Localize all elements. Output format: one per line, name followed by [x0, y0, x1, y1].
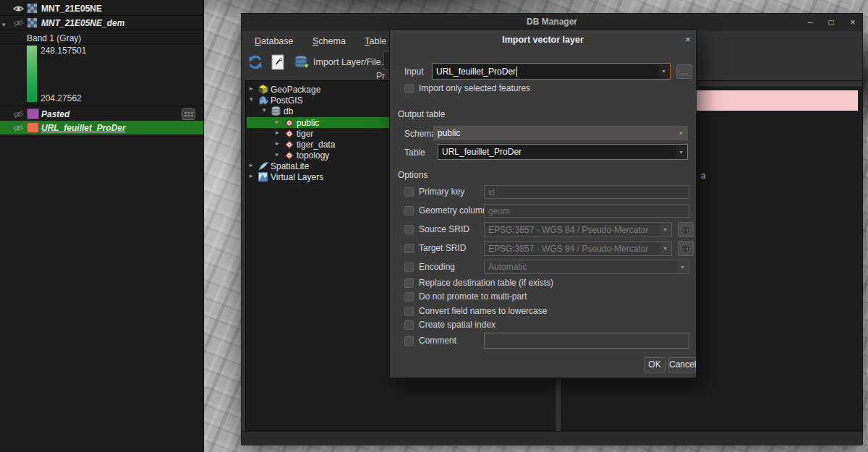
target-srid-combobox[interactable]: EPSG:3857 - WGS 84 / Pseudo-Mercator ▾ [484, 241, 672, 256]
tree-label[interactable]: tiger_data [297, 140, 335, 150]
tree-label[interactable]: Virtual Layers [271, 172, 323, 182]
expand-arrow-icon[interactable]: ▾ [250, 95, 253, 103]
comment-label[interactable]: Comment [419, 336, 456, 346]
encoding-checkbox[interactable] [404, 263, 414, 272]
tree-label[interactable]: tiger [297, 129, 313, 139]
input-combobox[interactable]: URL_feuillet_ProDer ▾ [432, 63, 671, 80]
encoding-label[interactable]: Encoding [419, 262, 455, 272]
input-label: Input [404, 67, 424, 77]
layer-label[interactable]: URL_feuillet_ProDer [41, 121, 126, 135]
menu-database[interactable]: Database [252, 35, 297, 48]
sql-window-button[interactable] [271, 53, 285, 72]
close-button[interactable]: × [846, 16, 859, 29]
minimize-button[interactable]: – [804, 16, 817, 29]
maximize-button[interactable]: □ [825, 16, 838, 29]
database-icon [271, 106, 281, 118]
layer-label[interactable]: Pasted [41, 107, 69, 121]
refresh-button[interactable] [247, 53, 263, 72]
dialog-close-button[interactable]: × [682, 34, 694, 46]
lowercase-names-label[interactable]: Convert field names to lowercase [419, 306, 547, 316]
tree-label[interactable]: db [284, 106, 293, 116]
encoding-combobox[interactable]: Automatic ▾ [484, 260, 689, 274]
primary-key-field[interactable]: id [484, 185, 689, 199]
spatial-index-checkbox[interactable] [404, 320, 414, 330]
cancel-button[interactable]: Cancel [668, 357, 696, 372]
chevron-down-icon[interactable]: ▾ [676, 145, 686, 158]
dialog-title: Import vector layer [390, 35, 696, 45]
replace-table-label[interactable]: Replace destination table (if exists) [419, 278, 553, 288]
chevron-down-icon[interactable]: ▾ [676, 127, 686, 139]
source-srid-picker-button[interactable] [678, 222, 694, 237]
partial-info-text: a [701, 171, 706, 181]
import-selected-label[interactable]: Import only selected features [419, 83, 530, 93]
sql-window-icon [271, 54, 285, 70]
target-srid-label[interactable]: Target SRID [419, 243, 466, 253]
visibility-eye-off-icon[interactable] [13, 121, 24, 135]
chevron-down-icon[interactable]: ▾ [677, 261, 688, 273]
primary-key-checkbox[interactable] [404, 187, 414, 197]
menu-table[interactable]: Table [362, 35, 389, 48]
tree-label[interactable]: topology [297, 150, 329, 161]
expand-arrow-icon[interactable]: ▸ [276, 129, 279, 136]
menu-schema[interactable]: Schema [310, 35, 349, 48]
expand-arrow-icon[interactable]: ▸ [250, 161, 253, 169]
band-max-value: 248.157501 [41, 46, 86, 56]
source-srid-label[interactable]: Source SRID [419, 224, 469, 234]
source-srid-checkbox[interactable] [404, 225, 414, 234]
map-tip-grid-icon[interactable] [182, 107, 195, 121]
tree-label[interactable]: GeoPackage [271, 85, 320, 95]
import-layer-label: Import Layer/File… [313, 57, 390, 67]
layer-row-selected[interactable]: URL_feuillet_ProDer [0, 121, 203, 135]
replace-table-checkbox[interactable] [404, 278, 414, 288]
expand-arrow-icon[interactable]: ▸ [276, 150, 279, 158]
lowercase-names-checkbox[interactable] [404, 307, 414, 316]
options-header: Options [398, 170, 427, 180]
chevron-down-icon[interactable]: ▾ [660, 223, 671, 236]
visibility-eye-off-icon[interactable] [13, 16, 24, 30]
tree-label[interactable]: PostGIS [271, 95, 303, 106]
geometry-column-label[interactable]: Geometry column [419, 205, 488, 216]
comment-checkbox[interactable] [404, 336, 414, 346]
import-selected-checkbox[interactable] [404, 84, 414, 93]
chevron-down-icon[interactable]: ▾ [658, 64, 669, 78]
primary-key-label[interactable]: Primary key [419, 187, 464, 197]
browse-button[interactable]: … [676, 64, 692, 79]
chevron-down-icon[interactable]: ▾ [660, 242, 671, 255]
virtual-layers-icon [258, 172, 268, 184]
no-multipart-checkbox[interactable] [404, 292, 414, 302]
refresh-icon [247, 54, 263, 70]
layer-row-mnt[interactable]: MNT_21E05NE [0, 1, 203, 15]
spatial-index-label[interactable]: Create spatial index [419, 320, 495, 330]
visibility-eye-off-icon[interactable] [13, 107, 24, 121]
import-layer-button[interactable]: Import Layer/File… [294, 53, 390, 72]
target-srid-value: EPSG:3857 - WGS 84 / Pseudo-Mercator [485, 244, 648, 254]
expand-arrow-icon[interactable]: ▸ [250, 85, 253, 92]
layers-panel: MNT_21E05NE ▾ MNT_21E05NE_dem Band 1 (Gr… [0, 0, 204, 452]
source-srid-combobox[interactable]: EPSG:3857 - WGS 84 / Pseudo-Mercator ▾ [484, 222, 672, 237]
geometry-column-field[interactable]: geom [484, 204, 689, 218]
comment-field[interactable] [484, 333, 689, 349]
tree-label[interactable]: public [297, 118, 319, 128]
ok-button[interactable]: OK [644, 357, 665, 372]
target-srid-picker-button[interactable] [678, 241, 694, 256]
layer-label[interactable]: MNT_21E05NE [41, 1, 102, 15]
target-srid-checkbox[interactable] [404, 244, 414, 253]
schema-combobox[interactable]: public ▾ [433, 126, 688, 140]
no-multipart-label[interactable]: Do not promote to multi-part [419, 291, 527, 302]
layer-label[interactable]: MNT_21E05NE_dem [41, 16, 124, 30]
visibility-eye-icon[interactable] [13, 1, 24, 15]
table-combobox[interactable]: URL_feuillet_ProDer ▾ [438, 144, 688, 160]
layer-row-pasted[interactable]: Pasted [0, 107, 203, 121]
layer-swatch [27, 107, 39, 121]
expand-arrow-icon[interactable]: ▸ [276, 140, 279, 147]
layer-row-mnt-dem[interactable]: ▾ MNT_21E05NE_dem [0, 16, 203, 30]
row-divider [0, 43, 203, 44]
selected-color-swatch [27, 122, 39, 133]
expand-arrow-icon[interactable]: ▸ [276, 118, 279, 125]
geometry-column-checkbox[interactable] [404, 206, 414, 216]
encoding-value: Automatic [485, 262, 527, 272]
expand-arrow-icon[interactable]: ▾ [263, 106, 266, 114]
expand-arrow-icon[interactable]: ▸ [250, 172, 253, 179]
partial-tab-label[interactable]: Pr [376, 71, 386, 81]
tree-label[interactable]: SpatiaLite [271, 161, 309, 171]
